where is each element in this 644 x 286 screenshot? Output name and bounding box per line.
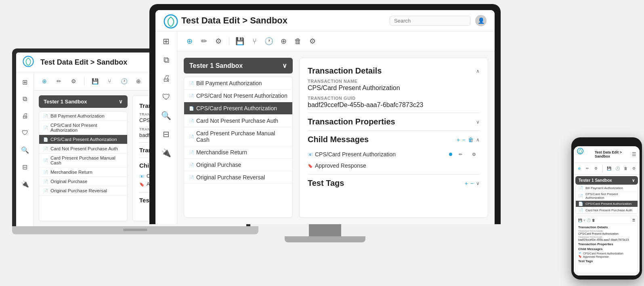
tx-card-present-manual[interactable]: 📄 Card Present Purchase Manual Cash	[39, 154, 127, 168]
tx-icon-3: 📄	[43, 137, 48, 142]
phone-child-2: 🔖Approved Response	[578, 255, 635, 258]
phone-tx-2[interactable]: 📄 CPS/Card Not Present Authorization	[576, 191, 638, 201]
monitor-sidebar-plug[interactable]: 🔌	[161, 147, 172, 158]
phone-inner-menu[interactable]: ☰	[632, 219, 635, 222]
monitor-sidebar-search[interactable]: 🔍	[161, 110, 172, 121]
tx-original-reversal[interactable]: 📄 Original Purchase Reversal	[39, 186, 127, 196]
monitor-tx-merchandise[interactable]: 📄 Merchandise Return	[184, 146, 292, 159]
phone-tags-title: Test Tags	[578, 259, 635, 263]
monitor-add-btn[interactable]: ⊕	[184, 36, 195, 47]
phone-tx-icon-2: 📄	[578, 194, 583, 198]
monitor-sidebar-grid[interactable]: ⊞	[161, 36, 172, 47]
monitor-child-item-2: 🔖 Approved Response	[308, 161, 480, 170]
phone-tx-4[interactable]: 📄 Card Not Present Purchase Auth	[576, 207, 638, 214]
monitor-child-delete-btn[interactable]: 🗑	[468, 137, 474, 143]
sidebar-icon-shield[interactable]: 🛡	[19, 127, 31, 139]
phone-inner-history[interactable]: 🕐	[587, 219, 591, 222]
monitor-sidebar-shield[interactable]: 🛡	[161, 91, 172, 103]
child-icon-1: 📧	[139, 174, 144, 179]
monitor-gear-btn[interactable]: ⚙	[307, 36, 318, 47]
monitor-collapse-details[interactable]: ∧	[476, 68, 480, 74]
monitor-share-btn[interactable]: ⊕	[278, 36, 289, 47]
monitor-child1-edit[interactable]: ✏	[455, 149, 466, 160]
monitor-sandbox-dropdown[interactable]: Tester 1 Sandbox ∨	[184, 58, 293, 74]
monitor-branch-btn[interactable]: ⑂	[249, 36, 260, 47]
tx-cps-present[interactable]: 📄 CPS/Card Present Authorization	[39, 135, 127, 144]
monitor-settings-btn[interactable]: ⚙	[213, 36, 224, 47]
monitor-child-icon-2: 🔖	[308, 164, 313, 168]
monitor-sidebar-printer[interactable]: 🖨	[161, 73, 172, 84]
monitor-tags-add-btn[interactable]: +	[465, 180, 468, 187]
monitor-tx-guid-value: badf29ccefDe-455b-aaa7-6bafc7873c23	[308, 101, 480, 109]
laptop-branch-btn[interactable]: ⑂	[104, 76, 115, 87]
sidebar-icon-search[interactable]: 🔍	[19, 144, 31, 156]
monitor-tx-props-title: Transaction Properties	[308, 117, 395, 126]
laptop-sandbox-dropdown[interactable]: Tester 1 Sandbox ∨	[39, 95, 128, 108]
monitor-logo	[164, 14, 176, 27]
monitor-tags-remove-btn[interactable]: −	[470, 180, 474, 187]
phone-tx-3[interactable]: 📄 CPS/Card Present Authorization	[576, 201, 638, 207]
phone-inner-delete[interactable]: 🗑	[592, 219, 595, 222]
monitor-history-btn[interactable]: 🕐	[263, 36, 275, 47]
laptop-save-btn[interactable]: 💾	[89, 76, 101, 87]
monitor-save-btn[interactable]: 💾	[234, 36, 245, 47]
phone-notch	[597, 141, 617, 145]
laptop-share-btn[interactable]: ⊕	[133, 76, 144, 87]
monitor-child-collapse[interactable]: ∧	[476, 137, 480, 143]
monitor-header: Test Data Edit > Sandbox 👤	[155, 10, 495, 32]
sidebar-icon-layers[interactable]: ⧉	[19, 93, 31, 105]
monitor-child-remove-btn[interactable]: −	[462, 137, 466, 143]
monitor-tx-bill[interactable]: 📄 Bill Payment Authorization	[184, 77, 292, 90]
phone-menu-icon[interactable]: ☰	[632, 151, 636, 157]
child-icon-2: 🔖	[139, 182, 144, 187]
phone-inner-branch[interactable]: ⑂	[583, 219, 585, 222]
monitor-tx-present[interactable]: 📄 CPS/Card Present Authorization	[184, 102, 292, 115]
phone-save-btn[interactable]: 💾	[606, 165, 613, 172]
tx-card-not-present-auth[interactable]: 📄 Card Not Present Purchase Auth	[39, 144, 127, 154]
monitor-tags-collapse[interactable]: ∨	[476, 181, 480, 186]
sidebar-icon-printer[interactable]: 🖨	[19, 110, 31, 122]
phone-history-btn[interactable]: 🕐	[614, 165, 621, 172]
tx-cps-not-present[interactable]: 📄 CPS/Card Not Present Authorization	[39, 121, 127, 135]
monitor-tx-manual-cash[interactable]: 📄 Card Present Purchase Manual Cash	[184, 127, 292, 146]
sidebar-icon-grid[interactable]: ⊞	[19, 76, 31, 88]
phone-toolbar: ⊕ ✏ ⚙ 💾 🕐 🗑 ⚙	[574, 163, 640, 175]
sidebar-icon-layers2[interactable]: ⊟	[19, 161, 31, 172]
phone-edit-btn[interactable]: ✏	[584, 165, 591, 172]
monitor-child-add-btn[interactable]: +	[457, 137, 460, 143]
monitor-tx-not-present-auth[interactable]: 📄 Card Not Present Purchase Auth	[184, 115, 292, 127]
tx-original-purchase[interactable]: 📄 Original Purchase	[39, 177, 127, 186]
monitor-tx-not-present[interactable]: 📄 CPS/Card Not Present Authorization	[184, 90, 292, 102]
phone-tx-1[interactable]: 📄 Bill Payment Authorization	[576, 185, 638, 191]
phone-delete-btn[interactable]: 🗑	[622, 165, 629, 172]
monitor-tx-guid-label: TRANSACTION GUID	[308, 96, 480, 101]
monitor-search[interactable]	[390, 16, 470, 26]
monitor-child1-gear[interactable]: ⚙	[468, 149, 480, 160]
monitor-edit-btn[interactable]: ✏	[198, 36, 210, 47]
laptop-settings-btn[interactable]: ⚙	[68, 76, 79, 87]
laptop-edit-btn[interactable]: ✏	[53, 76, 65, 87]
phone-detail-title: Transaction Details	[578, 225, 635, 229]
tx-icon-2: 📄	[43, 126, 48, 130]
monitor-delete-btn[interactable]: 🗑	[292, 36, 304, 47]
monitor-right-panel: Transaction Details ∧ TRANSACTION NAME C…	[299, 58, 488, 218]
monitor-test-tags-title: Test Tags	[308, 179, 344, 188]
tx-icon-5: 📄	[43, 158, 48, 163]
tx-merchandise[interactable]: 📄 Merchandise Return	[39, 168, 127, 177]
phone-inner-save[interactable]: 💾	[578, 219, 582, 222]
monitor-sidebar-layers[interactable]: ⧉	[161, 54, 172, 65]
monitor-tx-original[interactable]: 📄 Original Purchase	[184, 159, 292, 171]
phone-settings-btn[interactable]: ⚙	[593, 165, 599, 172]
sidebar-icon-plug[interactable]: 🔌	[19, 178, 31, 189]
monitor-sidebar-layers2[interactable]: ⊟	[161, 128, 172, 140]
laptop-add-btn[interactable]: ⊕	[39, 76, 50, 87]
phone-header: Test Data Edit > Sandbox ☰	[574, 146, 640, 163]
laptop-history-btn[interactable]: 🕐	[118, 76, 130, 87]
phone-sandbox-dropdown[interactable]: Tester 1 Sandbox ∨	[575, 176, 638, 185]
phone-gear-btn[interactable]: ⚙	[631, 165, 637, 172]
monitor-user-avatar[interactable]: 👤	[475, 15, 487, 26]
monitor-collapse-props[interactable]: ∨	[476, 119, 480, 125]
tx-bill-payment[interactable]: 📄 Bill Payment Authorization	[39, 111, 127, 121]
monitor-tx-reversal[interactable]: 📄 Original Purchase Reversal	[184, 171, 292, 184]
phone-add-btn[interactable]: ⊕	[576, 165, 583, 172]
